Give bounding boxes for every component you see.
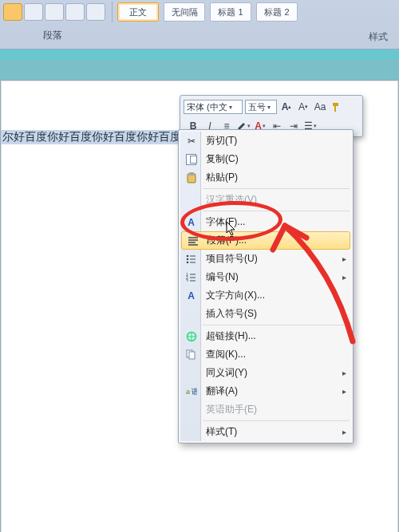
style-heading-2[interactable]: 标题 2 xyxy=(256,2,298,22)
menu-textdir-label: 文字方向(X)... xyxy=(206,289,265,302)
font-icon: A xyxy=(184,215,198,229)
copy-icon xyxy=(184,152,198,166)
menu-styles-label: 样式(T) xyxy=(206,425,237,439)
menu-paste[interactable]: 粘贴(P) xyxy=(180,168,351,187)
menu-hyperlink-label: 超链接(H)... xyxy=(206,329,256,343)
menu-hyperlink[interactable]: 超链接(H)... xyxy=(180,327,351,345)
menu-styles[interactable]: 样式(T) ▸ xyxy=(180,423,351,441)
indent-decrease-button[interactable] xyxy=(24,3,43,21)
menu-insert-symbol[interactable]: 插入符号(S) xyxy=(180,305,351,323)
menu-text-direction[interactable]: A 文字方向(X)... xyxy=(180,286,351,305)
window-gap xyxy=(0,49,399,59)
shrink-font-button[interactable]: A▾ xyxy=(296,100,310,114)
menu-lookup-label: 查阅(K)... xyxy=(206,348,246,361)
menu-font[interactable]: A 字体(F)... xyxy=(180,213,351,231)
submenu-arrow-icon: ▸ xyxy=(342,273,346,282)
multilevel-list-button[interactable] xyxy=(86,3,105,21)
text-direction-icon: A xyxy=(184,289,198,302)
menu-bullets-label: 项目符号(U) xyxy=(206,252,258,266)
menu-separator xyxy=(203,325,350,325)
styles-group-label: 样式 xyxy=(369,30,388,44)
menu-ime-helper: 英语助手(E) xyxy=(180,400,351,419)
lookup-icon xyxy=(184,348,198,361)
menu-separator xyxy=(203,188,350,189)
svg-rect-1 xyxy=(189,172,194,175)
menu-lookup[interactable]: 查阅(K)... xyxy=(180,345,351,364)
svg-rect-10 xyxy=(189,352,195,359)
svg-text:a: a xyxy=(186,388,191,396)
style-no-spacing[interactable]: 无间隔 xyxy=(164,2,205,22)
highlight-color-button[interactable] xyxy=(3,3,22,21)
menu-copy[interactable]: 复制(C) xyxy=(180,150,351,168)
ribbon: 正文 无间隔 标题 1 标题 2 段落 样式 xyxy=(0,0,399,49)
paste-icon xyxy=(184,171,198,184)
menu-translate[interactable]: a语 翻译(A) ▸ xyxy=(180,382,351,400)
ribbon-separator xyxy=(112,2,113,22)
font-name-value: 宋体 (中文 xyxy=(187,101,227,113)
menu-copy-label: 复制(C) xyxy=(206,152,239,166)
svg-text:语: 语 xyxy=(191,388,197,396)
menu-bullets[interactable]: 项目符号(U) ▸ xyxy=(180,250,351,268)
document-page[interactable]: 尔好百度你好百度你好百度你好百度你好百度你 宋体 (中文▾ 五号▾ A▴ A▾ … xyxy=(0,80,399,532)
paragraph-group-label: 段落 xyxy=(43,29,62,42)
bullets-icon xyxy=(184,252,198,266)
menu-ime-label: 英语助手(E) xyxy=(206,403,257,416)
submenu-arrow-icon: ▸ xyxy=(342,387,346,396)
menu-paragraph-label: 段落(P)... xyxy=(207,234,247,247)
menu-synonyms-label: 同义词(Y) xyxy=(206,366,247,380)
font-name-combo[interactable]: 宋体 (中文▾ xyxy=(184,100,243,114)
submenu-arrow-icon: ▸ xyxy=(342,368,346,377)
submenu-arrow-icon: ▸ xyxy=(342,254,346,263)
translate-icon: a语 xyxy=(184,384,198,398)
menu-separator xyxy=(203,211,350,211)
menu-separator xyxy=(203,420,350,421)
workspace: 尔好百度你好百度你好百度你好百度你好百度你 宋体 (中文▾ 五号▾ A▴ A▾ … xyxy=(0,59,399,532)
menu-font-label: 字体(F)... xyxy=(206,215,245,229)
numbering-icon: 123 xyxy=(184,270,198,284)
svg-text:3: 3 xyxy=(186,278,188,282)
svg-point-4 xyxy=(187,262,189,263)
grow-font-button[interactable]: A▴ xyxy=(279,100,294,114)
menu-translate-label: 翻译(A) xyxy=(206,384,238,398)
svg-point-3 xyxy=(187,258,189,261)
menu-numbering-label: 编号(N) xyxy=(206,270,239,284)
menu-cut[interactable]: ✂ 剪切(T) xyxy=(180,132,351,150)
style-normal[interactable]: 正文 xyxy=(117,2,159,22)
hyperlink-icon xyxy=(184,329,198,343)
menu-symbol-label: 插入符号(S) xyxy=(206,307,257,321)
style-heading-1[interactable]: 标题 1 xyxy=(210,2,251,22)
format-painter-button[interactable] xyxy=(330,100,344,114)
font-size-combo[interactable]: 五号▾ xyxy=(245,100,277,114)
menu-paragraph[interactable]: 段落(P)... xyxy=(181,231,350,250)
menu-synonyms[interactable]: 同义词(Y) ▸ xyxy=(180,364,351,382)
numbering-button[interactable] xyxy=(65,3,85,21)
menu-cut-label: 剪切(T) xyxy=(206,134,237,148)
menu-reconvert-label: 汉字重选(V) xyxy=(206,193,257,207)
menu-paste-label: 粘贴(P) xyxy=(206,171,238,184)
submenu-arrow-icon: ▸ xyxy=(342,428,346,436)
context-menu: ✂ 剪切(T) 复制(C) 粘贴(P) 汉字重选(V) A 字体(F)... xyxy=(178,129,354,443)
menu-reconvert: 汉字重选(V) xyxy=(180,191,351,209)
menu-numbering[interactable]: 123 编号(N) ▸ xyxy=(180,268,351,286)
font-size-value: 五号 xyxy=(248,101,266,113)
bullets-button[interactable] xyxy=(45,3,64,21)
cut-icon: ✂ xyxy=(184,134,198,148)
svg-point-2 xyxy=(187,255,189,258)
change-case-button[interactable]: Aa xyxy=(313,100,327,114)
paragraph-icon xyxy=(186,234,200,248)
